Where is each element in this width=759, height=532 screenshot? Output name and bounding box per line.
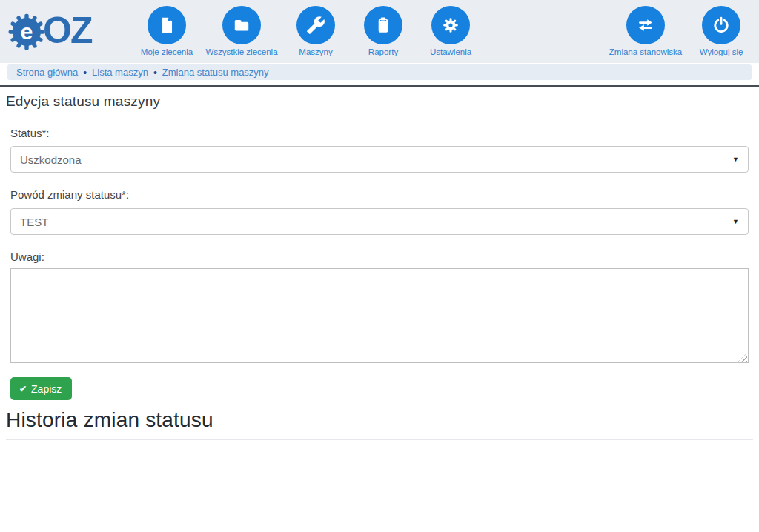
content-top-divider: [0, 85, 759, 87]
document-icon: [148, 6, 186, 44]
status-label: Status*:: [10, 127, 50, 139]
logo-text: OZ: [43, 12, 91, 49]
nav-item-label: Ustawienia: [402, 47, 500, 56]
top-header: e OZ Moje zlecenia Wszystkie zlecen: [0, 0, 759, 63]
breadcrumb: Strona główna•Lista maszyn•Zmiana status…: [7, 64, 752, 80]
breadcrumb-separator: •: [83, 67, 87, 79]
dropdown-arrow-icon: ▼: [732, 219, 739, 225]
check-icon: ✔: [19, 384, 27, 394]
title-divider: [6, 113, 753, 113]
app-logo[interactable]: e OZ: [7, 13, 91, 51]
notes-label: Uwagi:: [10, 250, 44, 263]
nav-item-wyloguj[interactable]: Wyloguj się: [672, 6, 759, 56]
save-button[interactable]: ✔ Zapisz: [10, 377, 72, 400]
status-select-value: Uszkodzona: [11, 153, 82, 166]
save-button-label: Zapisz: [31, 383, 62, 395]
wrench-icon: [296, 6, 335, 44]
clipboard-icon: [364, 6, 402, 44]
gear-icon: [431, 6, 470, 44]
dropdown-arrow-icon: ▼: [732, 156, 739, 163]
notes-textarea-wrap: [10, 268, 749, 363]
app-root: e OZ Moje zlecenia Wszystkie zlecen: [0, 0, 759, 532]
reason-select[interactable]: TEST ▼: [10, 208, 749, 235]
reason-label: Powód zmiany statusu*:: [10, 188, 129, 201]
page-title: Edycja statusu maszyny: [6, 93, 160, 110]
transfer-icon: [626, 6, 665, 44]
breadcrumb-link-lista-maszyn[interactable]: Lista maszyn: [92, 67, 148, 78]
folder-icon: [222, 6, 261, 44]
nav-item-ustawienia[interactable]: Ustawienia: [402, 6, 500, 56]
history-divider: [6, 439, 753, 440]
history-title: Historia zmian statusu: [6, 408, 213, 432]
reason-select-value: TEST: [11, 216, 48, 228]
nav-item-label: Wyloguj się: [672, 47, 759, 56]
logo-gear-icon: e: [7, 13, 46, 51]
notes-textarea[interactable]: [10, 268, 749, 363]
logo-letter: e: [21, 19, 33, 44]
status-select[interactable]: Uszkodzona ▼: [10, 146, 749, 173]
breadcrumb-current: Zmiana statusu maszyny: [162, 67, 269, 78]
power-icon: [702, 6, 740, 44]
breadcrumb-link-home[interactable]: Strona główna: [16, 67, 78, 78]
breadcrumb-separator: •: [153, 67, 157, 79]
